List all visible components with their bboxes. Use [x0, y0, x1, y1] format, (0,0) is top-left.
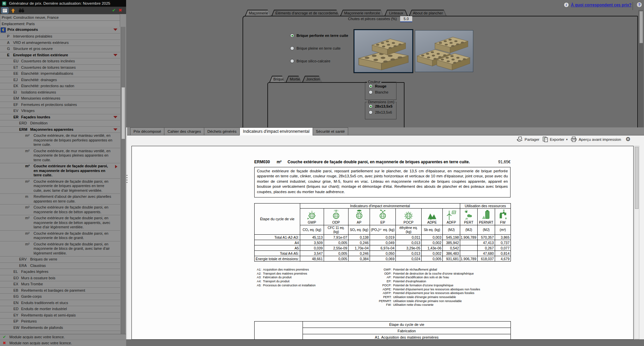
tree-item[interactable]: EYRevêtements épais et semi-épais: [0, 312, 120, 319]
tree-root-item[interactable]: €Prix décomposés: [0, 27, 120, 34]
price-help-link[interactable]: À quoi correspondent ces prix?: [571, 3, 632, 7]
impact-value: 385,942: [443, 240, 460, 245]
config-scrollbar-thumb[interactable]: [639, 11, 643, 43]
legend-row: A1:Acquisition des matières premières: [254, 268, 365, 272]
main-tab[interactable]: Linteaux: [384, 10, 408, 16]
tree-item[interactable]: ERAClaustras: [0, 263, 120, 269]
sub-tab[interactable]: Brique: [269, 76, 285, 82]
tree-item[interactable]: EWRevêtements de plafonds: [0, 325, 120, 331]
tree-item[interactable]: ERMMaçonneries apparentes: [0, 127, 120, 133]
splitter-grip[interactable]: [126, 175, 127, 184]
brick-image-selected[interactable]: [354, 30, 413, 73]
tree-item[interactable]: ERVBriques de verre: [0, 256, 120, 263]
impact-value: 1.906,789: [460, 235, 478, 240]
impact-value: 0,814: [495, 251, 511, 256]
tree-item[interactable]: EEnveloppe et finition extérieure: [0, 52, 120, 59]
tree-item[interactable]: EVVitrages: [0, 108, 120, 114]
brick-image-alternate[interactable]: [415, 30, 473, 72]
main-tab[interactable]: Maçonnerie renforcée: [340, 10, 383, 16]
color-option[interactable]: Blanche: [369, 90, 396, 94]
config-scrollbar[interactable]: [639, 10, 643, 127]
tree-item[interactable]: EUCouvertures de toitures inclinées: [0, 58, 120, 65]
results-tab[interactable]: Sécurité et santé: [313, 127, 348, 135]
document-scrollbar-thumb[interactable]: [635, 147, 639, 209]
impact-value: [460, 240, 478, 245]
tree-item[interactable]: m²Couche extérieure de façade double par…: [0, 215, 120, 231]
tree-item[interactable]: EOMurs à ossature bois: [0, 275, 120, 282]
configuration-panel: i À quoi correspondent ces prix? ? Maçon…: [126, 0, 644, 127]
help-button[interactable]: ?: [636, 2, 642, 9]
brick-type-option[interactable]: Brique pleine en terre cuite: [290, 46, 354, 50]
tree-item[interactable]: EFFermetures et protections solaires: [0, 102, 120, 108]
tree-item[interactable]: m²Couche extérieure de façade double par…: [0, 163, 120, 179]
tree-item[interactable]: EXMurs Trombe: [0, 281, 120, 288]
color-group-title: Couleur: [367, 80, 381, 84]
brick-type-option[interactable]: Brique perforée en terre cuite: [290, 34, 354, 38]
print-preview-button[interactable]: Aperçu avant impression: [571, 136, 621, 142]
gear-icon[interactable]: ⚙: [626, 136, 631, 142]
results-tab[interactable]: Cahier des charges: [164, 127, 204, 135]
share-button[interactable]: Partager: [517, 136, 539, 142]
legend-row: ODP:Potentiel de destruction de la couch…: [369, 272, 511, 276]
dimension-option[interactable]: 28x13,5x5: [369, 104, 396, 108]
expand-arrow-icon[interactable]: [113, 28, 117, 31]
color-option[interactable]: Rouge: [369, 84, 396, 88]
results-tab[interactable]: Déchets générés: [204, 127, 239, 135]
sidebar-scrollbar[interactable]: [121, 27, 125, 334]
tree-item[interactable]: m²Couche extérieure de façade double par…: [0, 205, 120, 215]
tree-item[interactable]: AVRD et aménagements extérieurs: [0, 40, 120, 46]
tree-item[interactable]: mRevêtement d'about de plancher avec pla…: [0, 194, 120, 205]
sub-tab[interactable]: Jonction: [302, 76, 322, 82]
location-row[interactable]: Emplacement: Paris: [0, 21, 120, 27]
results-tab[interactable]: Indicateurs d'impact environnemental: [239, 127, 312, 135]
tree-item[interactable]: m²Couche extérieure de façade double par…: [0, 179, 120, 194]
accept-icon[interactable]: ✔: [112, 7, 116, 13]
tree-item[interactable]: EPPeintures: [0, 319, 120, 325]
tree-item[interactable]: EEÉtanchéité: imperméabilisations: [0, 71, 120, 77]
tree-item[interactable]: GStructure et gros oeuvre: [0, 46, 120, 52]
tree-item[interactable]: ETCouvertures de toitures terrasses: [0, 65, 120, 71]
expand-arrow-icon[interactable]: [115, 165, 117, 168]
tree-item[interactable]: m²Couche extérieure de façade double par…: [0, 241, 120, 257]
sidebar-scrollbar-thumb[interactable]: [121, 87, 125, 139]
search-button[interactable]: [18, 7, 25, 13]
printer-icon: [571, 136, 577, 142]
tree-item[interactable]: ERFaçades lourdes: [0, 114, 120, 121]
dimension-option[interactable]: 28x13,5x6: [369, 110, 396, 114]
binoculars-icon: [18, 8, 24, 13]
tree-item[interactable]: ELFaçades légères: [0, 269, 120, 275]
legend-row: PERNRT:Utilisation totale d'énergie prim…: [369, 299, 511, 303]
main-tab[interactable]: Éléments d'ancrage et de raccordement: [271, 10, 339, 16]
brick-type-option[interactable]: Brique silico-calcaire: [290, 59, 354, 63]
tree-item[interactable]: m²Couche extérieure, de mur manteau vent…: [0, 133, 120, 148]
expand-arrow-icon[interactable]: [113, 116, 117, 118]
tree-item[interactable]: EKÉtanchéité: protections au radon: [0, 83, 120, 90]
tree-item[interactable]: EDEnduits de mortier industriel: [0, 306, 120, 312]
expand-arrow-icon[interactable]: [113, 54, 117, 56]
upload-button[interactable]: [10, 7, 16, 13]
form-view-button[interactable]: [1, 7, 8, 13]
tree-item[interactable]: EJÉtanchéité: drainages: [0, 77, 120, 83]
expand-arrow-icon[interactable]: [113, 128, 117, 131]
main-tab[interactable]: About de plancher: [409, 10, 446, 16]
tree-item[interactable]: m²Couche extérieure de façade double par…: [0, 231, 120, 241]
cancel-icon[interactable]: ✖: [118, 7, 122, 13]
main-tab[interactable]: Maçonnerie: [245, 10, 270, 16]
waste-percentage-input[interactable]: [400, 16, 412, 22]
tree-item[interactable]: EMMenuiseries extérieures: [0, 96, 120, 102]
tree-item[interactable]: ERDDémolition: [0, 120, 120, 127]
tree-item[interactable]: m²Couche extérieure, de mur manteau vent…: [0, 148, 120, 164]
export-button[interactable]: Exporter ▾: [542, 136, 568, 142]
tree-item[interactable]: EBRevêtements et bardages de parement: [0, 288, 120, 294]
status-not-acquired: ✖ Module non acquis avec votre licence.: [0, 340, 126, 346]
tree-item[interactable]: ENEnduits traditionnels et stucs: [0, 300, 120, 306]
sub-tab[interactable]: Mortier: [286, 76, 301, 82]
project-row[interactable]: Projet: Construction neuve, France: [0, 14, 120, 21]
tree-item[interactable]: PInterventions préalables: [0, 34, 120, 40]
tree-item[interactable]: EIIsolations extérieures: [0, 90, 120, 96]
tree-item[interactable]: EGGarde-corps: [0, 294, 120, 300]
document-scrollbar[interactable]: [634, 146, 639, 339]
brick-subtab-bar: BriqueMortierJonction: [269, 76, 322, 82]
brick-type-options: Brique perforée en terre cuiteBrique ple…: [290, 34, 354, 72]
results-tab[interactable]: Prix décomposé: [130, 127, 164, 135]
